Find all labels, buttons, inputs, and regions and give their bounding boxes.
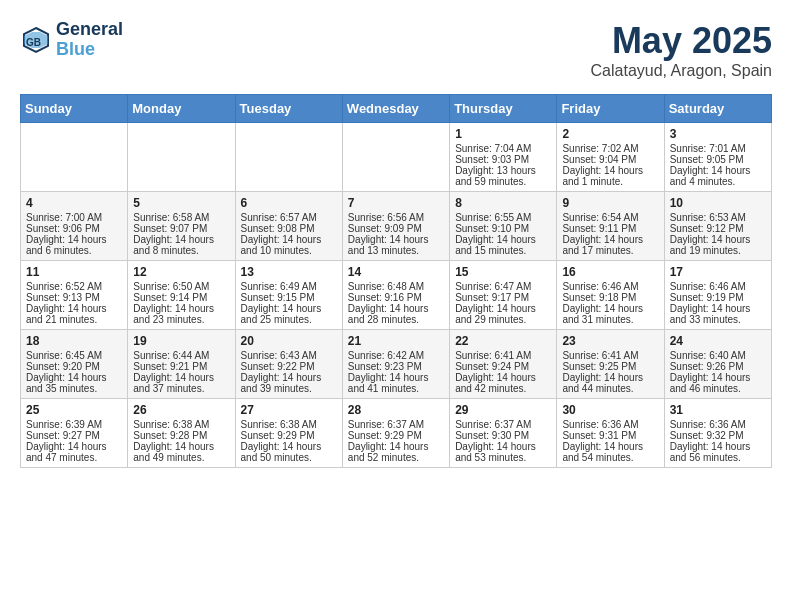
sunset-text: Sunset: 9:16 PM	[348, 292, 444, 303]
calendar-cell: 18Sunrise: 6:45 AMSunset: 9:20 PMDayligh…	[21, 330, 128, 399]
day-of-week-header: Sunday	[21, 95, 128, 123]
sunset-text: Sunset: 9:17 PM	[455, 292, 551, 303]
day-number: 6	[241, 196, 337, 210]
calendar-cell: 1Sunrise: 7:04 AMSunset: 9:03 PMDaylight…	[450, 123, 557, 192]
daylight-text: Daylight: 14 hours and 21 minutes.	[26, 303, 122, 325]
daylight-text: Daylight: 14 hours and 31 minutes.	[562, 303, 658, 325]
sunrise-text: Sunrise: 6:43 AM	[241, 350, 337, 361]
sunset-text: Sunset: 9:25 PM	[562, 361, 658, 372]
sunset-text: Sunset: 9:26 PM	[670, 361, 766, 372]
daylight-text: Daylight: 14 hours and 1 minute.	[562, 165, 658, 187]
calendar-cell: 10Sunrise: 6:53 AMSunset: 9:12 PMDayligh…	[664, 192, 771, 261]
sunset-text: Sunset: 9:20 PM	[26, 361, 122, 372]
sunset-text: Sunset: 9:03 PM	[455, 154, 551, 165]
calendar-cell: 28Sunrise: 6:37 AMSunset: 9:29 PMDayligh…	[342, 399, 449, 468]
sunrise-text: Sunrise: 6:52 AM	[26, 281, 122, 292]
calendar-cell: 22Sunrise: 6:41 AMSunset: 9:24 PMDayligh…	[450, 330, 557, 399]
calendar: SundayMondayTuesdayWednesdayThursdayFrid…	[20, 94, 772, 468]
day-number: 14	[348, 265, 444, 279]
day-number: 15	[455, 265, 551, 279]
daylight-text: Daylight: 14 hours and 33 minutes.	[670, 303, 766, 325]
calendar-cell: 17Sunrise: 6:46 AMSunset: 9:19 PMDayligh…	[664, 261, 771, 330]
sunrise-text: Sunrise: 6:41 AM	[455, 350, 551, 361]
calendar-cell: 23Sunrise: 6:41 AMSunset: 9:25 PMDayligh…	[557, 330, 664, 399]
sunrise-text: Sunrise: 6:47 AM	[455, 281, 551, 292]
sunset-text: Sunset: 9:28 PM	[133, 430, 229, 441]
day-number: 22	[455, 334, 551, 348]
sunset-text: Sunset: 9:27 PM	[26, 430, 122, 441]
sunrise-text: Sunrise: 6:36 AM	[670, 419, 766, 430]
daylight-text: Daylight: 14 hours and 13 minutes.	[348, 234, 444, 256]
calendar-cell: 26Sunrise: 6:38 AMSunset: 9:28 PMDayligh…	[128, 399, 235, 468]
logo-icon: GB	[20, 24, 52, 56]
day-number: 7	[348, 196, 444, 210]
calendar-week-row: 25Sunrise: 6:39 AMSunset: 9:27 PMDayligh…	[21, 399, 772, 468]
sunrise-text: Sunrise: 6:54 AM	[562, 212, 658, 223]
sunrise-text: Sunrise: 7:04 AM	[455, 143, 551, 154]
daylight-text: Daylight: 14 hours and 17 minutes.	[562, 234, 658, 256]
sunrise-text: Sunrise: 6:48 AM	[348, 281, 444, 292]
daylight-text: Daylight: 14 hours and 15 minutes.	[455, 234, 551, 256]
day-number: 12	[133, 265, 229, 279]
daylight-text: Daylight: 14 hours and 8 minutes.	[133, 234, 229, 256]
sunset-text: Sunset: 9:14 PM	[133, 292, 229, 303]
page-header: GB GeneralBlue May 2025 Calatayud, Arago…	[20, 20, 772, 88]
daylight-text: Daylight: 14 hours and 37 minutes.	[133, 372, 229, 394]
calendar-cell: 14Sunrise: 6:48 AMSunset: 9:16 PMDayligh…	[342, 261, 449, 330]
daylight-text: Daylight: 14 hours and 42 minutes.	[455, 372, 551, 394]
daylight-text: Daylight: 14 hours and 54 minutes.	[562, 441, 658, 463]
day-number: 2	[562, 127, 658, 141]
day-number: 10	[670, 196, 766, 210]
sunset-text: Sunset: 9:10 PM	[455, 223, 551, 234]
calendar-cell: 13Sunrise: 6:49 AMSunset: 9:15 PMDayligh…	[235, 261, 342, 330]
sunrise-text: Sunrise: 6:46 AM	[562, 281, 658, 292]
daylight-text: Daylight: 14 hours and 39 minutes.	[241, 372, 337, 394]
sunset-text: Sunset: 9:12 PM	[670, 223, 766, 234]
calendar-cell: 15Sunrise: 6:47 AMSunset: 9:17 PMDayligh…	[450, 261, 557, 330]
sunrise-text: Sunrise: 7:00 AM	[26, 212, 122, 223]
sunrise-text: Sunrise: 6:40 AM	[670, 350, 766, 361]
sunset-text: Sunset: 9:21 PM	[133, 361, 229, 372]
calendar-cell: 24Sunrise: 6:40 AMSunset: 9:26 PMDayligh…	[664, 330, 771, 399]
day-number: 3	[670, 127, 766, 141]
day-number: 8	[455, 196, 551, 210]
daylight-text: Daylight: 14 hours and 49 minutes.	[133, 441, 229, 463]
day-number: 25	[26, 403, 122, 417]
sunset-text: Sunset: 9:13 PM	[26, 292, 122, 303]
calendar-week-row: 18Sunrise: 6:45 AMSunset: 9:20 PMDayligh…	[21, 330, 772, 399]
calendar-cell: 7Sunrise: 6:56 AMSunset: 9:09 PMDaylight…	[342, 192, 449, 261]
day-of-week-header: Wednesday	[342, 95, 449, 123]
day-number: 5	[133, 196, 229, 210]
calendar-cell: 27Sunrise: 6:38 AMSunset: 9:29 PMDayligh…	[235, 399, 342, 468]
sunset-text: Sunset: 9:05 PM	[670, 154, 766, 165]
sunrise-text: Sunrise: 6:38 AM	[133, 419, 229, 430]
sunset-text: Sunset: 9:30 PM	[455, 430, 551, 441]
sunset-text: Sunset: 9:19 PM	[670, 292, 766, 303]
sunset-text: Sunset: 9:11 PM	[562, 223, 658, 234]
month-title: May 2025	[591, 20, 772, 62]
daylight-text: Daylight: 14 hours and 44 minutes.	[562, 372, 658, 394]
day-number: 18	[26, 334, 122, 348]
sunrise-text: Sunrise: 6:55 AM	[455, 212, 551, 223]
sunrise-text: Sunrise: 6:56 AM	[348, 212, 444, 223]
calendar-cell: 21Sunrise: 6:42 AMSunset: 9:23 PMDayligh…	[342, 330, 449, 399]
calendar-cell: 9Sunrise: 6:54 AMSunset: 9:11 PMDaylight…	[557, 192, 664, 261]
daylight-text: Daylight: 14 hours and 4 minutes.	[670, 165, 766, 187]
calendar-week-row: 11Sunrise: 6:52 AMSunset: 9:13 PMDayligh…	[21, 261, 772, 330]
sunrise-text: Sunrise: 6:49 AM	[241, 281, 337, 292]
calendar-cell: 30Sunrise: 6:36 AMSunset: 9:31 PMDayligh…	[557, 399, 664, 468]
sunrise-text: Sunrise: 6:39 AM	[26, 419, 122, 430]
day-of-week-header: Saturday	[664, 95, 771, 123]
sunrise-text: Sunrise: 6:37 AM	[455, 419, 551, 430]
daylight-text: Daylight: 14 hours and 25 minutes.	[241, 303, 337, 325]
day-number: 28	[348, 403, 444, 417]
day-of-week-header: Monday	[128, 95, 235, 123]
daylight-text: Daylight: 14 hours and 52 minutes.	[348, 441, 444, 463]
calendar-cell: 5Sunrise: 6:58 AMSunset: 9:07 PMDaylight…	[128, 192, 235, 261]
sunset-text: Sunset: 9:24 PM	[455, 361, 551, 372]
daylight-text: Daylight: 14 hours and 23 minutes.	[133, 303, 229, 325]
sunrise-text: Sunrise: 6:44 AM	[133, 350, 229, 361]
day-number: 11	[26, 265, 122, 279]
sunrise-text: Sunrise: 6:38 AM	[241, 419, 337, 430]
sunrise-text: Sunrise: 6:41 AM	[562, 350, 658, 361]
